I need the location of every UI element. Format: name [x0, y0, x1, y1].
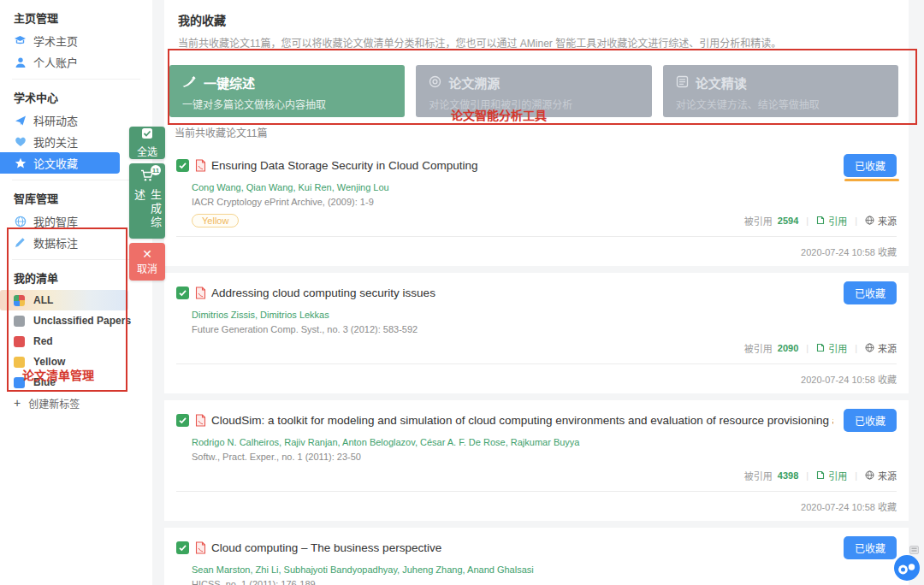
tool-card-desc: 对论文关键方法、结论等做抽取 [676, 97, 886, 111]
paper-authors[interactable]: Cong Wang, Qian Wang, Kui Ren, Wenjing L… [192, 182, 897, 192]
pdf-icon [195, 287, 206, 299]
annotation-label-lists: 论文清单管理 [22, 366, 94, 383]
sidebar-item-label: 我的智库 [33, 213, 78, 229]
paper-authors[interactable]: Dimitrios Zissis, Dimitrios Lekkas [192, 310, 897, 320]
list-item[interactable]: ALL [0, 290, 128, 310]
paper-title[interactable]: Ensuring Data Storage Security in Cloud … [211, 159, 833, 172]
list-gap [164, 393, 909, 400]
source-label: 来源 [878, 214, 897, 228]
globe-icon [865, 343, 874, 354]
sidebar-item-label: 科研动态 [33, 112, 78, 128]
paper-item: Ensuring Data Storage Security in Cloud … [164, 145, 909, 266]
select-all-button[interactable]: 全选 [129, 127, 165, 159]
graduation-cap-icon [14, 34, 27, 47]
list-item-label: ALL [33, 294, 53, 306]
paper-checkbox[interactable] [176, 287, 189, 299]
star-icon [14, 157, 27, 169]
paper-stats: 被引用 2594 | 引用 | 来源 [744, 214, 897, 228]
quote-icon [816, 216, 825, 227]
plus-icon: + [14, 396, 21, 410]
paper-venue: HICSS, no. 1 (2011): 176-189 [192, 579, 897, 585]
cite-link[interactable]: 引用 [816, 214, 847, 228]
tool-card-summary[interactable]: 一键综述 一键对多篇论文做核心内容抽取 [169, 65, 405, 117]
section-header-academic: 学术中心 [14, 89, 139, 105]
sidebar-item-label: 论文收藏 [33, 155, 78, 171]
section-header-my-lists: 我的清单 [14, 269, 139, 286]
cart-icon: 11 [140, 169, 154, 185]
list-color-swatch [14, 295, 25, 306]
collected-button[interactable]: 已收藏 [844, 536, 897, 559]
globe-icon [865, 216, 874, 227]
tag-pill[interactable]: Yellow [192, 214, 239, 228]
page-subtitle: 当前共收藏论文11篇，您可以将收藏论文做清单分类和标注，您也可以通过 AMine… [178, 35, 895, 50]
cited-by-label: 被引用 [744, 469, 773, 482]
paper-checkbox[interactable] [176, 414, 189, 427]
cancel-label: 取消 [137, 261, 157, 275]
cite-link[interactable]: 引用 [816, 469, 847, 482]
create-tag-label: 创建新标签 [28, 396, 80, 411]
heart-icon [14, 135, 27, 148]
quote-icon [816, 343, 825, 354]
sidebar-item-personal-account[interactable]: 个人账户 [0, 51, 152, 73]
collected-button[interactable]: 已收藏 [844, 281, 897, 304]
cite-label: 引用 [828, 341, 847, 355]
tool-card-desc: 一键对多篇论文做核心内容抽取 [182, 97, 392, 111]
divider: | [855, 216, 857, 226]
globe-icon [865, 470, 874, 482]
cited-by-label: 被引用 [744, 341, 773, 355]
divider [12, 180, 140, 180]
source-link[interactable]: 来源 [865, 469, 897, 482]
source-label: 来源 [878, 341, 897, 355]
paper-checkbox[interactable] [176, 159, 189, 172]
assistant-widget-icon[interactable] [893, 554, 921, 585]
pencil-icon [14, 236, 27, 249]
globe-icon [14, 215, 27, 228]
generate-summary-label: 生成综述 [131, 189, 163, 234]
close-icon: ✕ [142, 249, 152, 260]
paper-stats: 被引用 2090 | 引用 | 来源 [744, 341, 897, 355]
tool-card-title: 论文溯源 [448, 74, 500, 92]
create-tag-button[interactable]: + 创建新标签 [0, 393, 152, 413]
paper-tags: Yellow [192, 214, 239, 228]
sidebar: 主页管理 学术主页 个人账户 学术中心 科研动态 我的关注 论文收藏 智库管理 [0, 0, 152, 585]
pdf-icon [195, 414, 206, 427]
cancel-button[interactable]: ✕ 取消 [129, 243, 165, 281]
cite-link[interactable]: 引用 [816, 341, 847, 355]
paper-checkbox[interactable] [176, 541, 189, 554]
selected-count-badge: 11 [151, 165, 161, 175]
list-item[interactable]: Unclassified Papers [0, 310, 152, 331]
divider: | [855, 470, 857, 481]
paper-title[interactable]: Addressing cloud computing security issu… [211, 287, 833, 299]
paper-item: CloudSim: a toolkit for modeling and sim… [164, 400, 909, 521]
cite-label: 引用 [828, 214, 847, 228]
list-color-swatch [14, 336, 25, 347]
tool-card-title: 一键综述 [204, 74, 255, 92]
sidebar-item-paper-collection[interactable]: 论文收藏 [0, 152, 120, 174]
paper-stats: 被引用 4398 | 引用 | 来源 [744, 469, 897, 482]
paper-title[interactable]: Cloud computing – The business perspecti… [211, 541, 833, 554]
paper-plane-icon [14, 114, 27, 127]
paper-authors[interactable]: Sean Marston, Zhi Li, Subhajyoti Bandyop… [192, 564, 897, 575]
paper-venue: Softw., Pract. Exper., no. 1 (2011): 23-… [192, 452, 897, 462]
sidebar-item-academic-home[interactable]: 学术主页 [0, 30, 152, 51]
source-link[interactable]: 来源 [865, 341, 897, 355]
sidebar-item-label: 个人账户 [33, 54, 78, 70]
paper-item: Cloud computing – The business perspecti… [164, 528, 909, 585]
generate-summary-button[interactable]: 11 生成综述 [129, 163, 165, 239]
section-header-home: 主页管理 [14, 9, 139, 26]
collect-date: 2020-07-24 10:58 收藏 [176, 492, 897, 521]
paper-list: Ensuring Data Storage Security in Cloud … [164, 145, 909, 585]
cited-by-label: 被引用 [744, 214, 773, 228]
collected-button[interactable]: 已收藏 [844, 154, 897, 177]
page-title: 我的收藏 [178, 11, 895, 28]
paper-authors[interactable]: Rodrigo N. Calheiros, Rajiv Ranjan, Anto… [192, 437, 897, 447]
cite-label: 引用 [828, 469, 847, 482]
divider: | [806, 343, 808, 353]
paper-title[interactable]: CloudSim: a toolkit for modeling and sim… [211, 414, 833, 427]
collected-button[interactable]: 已收藏 [844, 409, 897, 432]
list-item-label: Unclassified Papers [33, 315, 131, 327]
bulk-actions: 全选 11 生成综述 ✕ 取消 [129, 127, 165, 281]
list-item[interactable]: Red [0, 331, 152, 352]
source-link[interactable]: 来源 [865, 214, 897, 228]
cited-by-count: 2090 [778, 343, 798, 353]
